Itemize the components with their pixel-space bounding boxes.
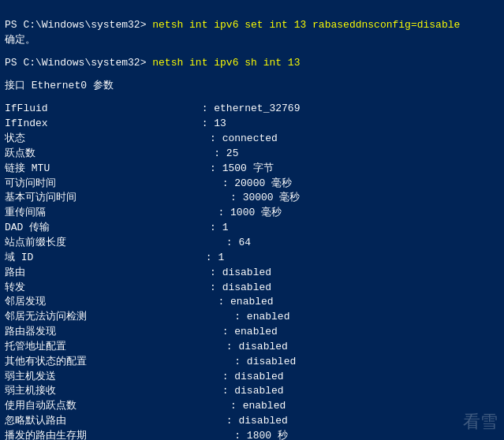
- param-label: 其他有状态的配置: [5, 356, 234, 367]
- param-value: : disabled: [226, 341, 288, 352]
- param-value: : disabled: [222, 371, 284, 382]
- terminal-line: 可访问时间 : 20000 毫秒: [5, 177, 499, 192]
- param-value: : 1: [210, 222, 228, 233]
- terminal-line: 基本可访问时间 : 30000 毫秒: [5, 191, 499, 206]
- param-value: : 1: [206, 252, 224, 263]
- terminal-line: 确定。: [5, 33, 499, 48]
- param-label: 跃点数: [5, 147, 214, 159]
- section-title: 接口 Ethernet0 参数: [5, 80, 114, 91]
- command: netsh int ipv6 sh int 13: [152, 57, 300, 69]
- param-value: : 1500 字节: [210, 162, 274, 174]
- terminal-line: 邻居发现 : enabled: [5, 295, 499, 310]
- param-label: 使用自动跃点数: [5, 400, 230, 412]
- terminal-line: [5, 94, 499, 102]
- terminal-line: 路由 : disabled: [5, 266, 499, 281]
- command: netsh int ipv6 set int 13 rabaseddnsconf…: [152, 19, 460, 31]
- param-value: : disabled: [226, 415, 288, 427]
- param-value: : 30000 毫秒: [230, 192, 300, 203]
- param-label: 弱主机接收: [5, 385, 222, 397]
- param-label: 播发的路由生存期: [5, 430, 234, 440]
- param-label: 可访问时间: [5, 177, 222, 189]
- param-value: : connected: [210, 132, 278, 144]
- param-label: 路由: [5, 267, 210, 278]
- terminal-line: 重传间隔 : 1000 毫秒: [5, 206, 499, 221]
- terminal-line: 使用自动跃点数 : enabled: [5, 399, 499, 414]
- param-value: : 13: [202, 117, 226, 129]
- terminal-line: PS C:\Windows\system32> netsh int ipv6 s…: [5, 56, 499, 71]
- param-value: : 1800 秒: [234, 430, 288, 440]
- prompt: PS C:\Windows\system32>: [5, 19, 152, 31]
- terminal-line: 状态 : connected: [5, 132, 499, 147]
- terminal-line: 站点前缀长度 : 64: [5, 236, 499, 251]
- param-value: : disabled: [234, 356, 296, 367]
- watermark: 看雪: [463, 410, 498, 434]
- param-value: : enabled: [230, 400, 286, 412]
- terminal-line: 链接 MTU : 1500 字节: [5, 162, 499, 177]
- terminal-line: 播发的路由生存期 : 1800 秒: [5, 429, 499, 440]
- param-label: 托管地址配置: [5, 341, 226, 352]
- param-value: : enabled: [218, 296, 273, 308]
- param-label: 邻居发现: [5, 296, 218, 308]
- terminal-line: DAD 传输 : 1: [5, 221, 499, 236]
- terminal-line: 弱主机接收 : disabled: [5, 384, 499, 399]
- terminal-line: IfFluid : ethernet_32769: [5, 102, 499, 117]
- param-label: 邻居无法访问检测: [5, 311, 234, 323]
- param-value: : disabled: [210, 267, 271, 278]
- terminal-line: PS C:\Windows\system32> netsh int ipv6 s…: [5, 18, 499, 33]
- param-value: : disabled: [210, 282, 271, 293]
- param-value: : 20000 毫秒: [222, 177, 292, 189]
- param-label: 状态: [5, 132, 210, 144]
- param-label: IfFluid: [5, 103, 202, 114]
- param-label: 基本可访问时间: [5, 192, 230, 203]
- terminal-line: IfIndex : 13: [5, 117, 499, 132]
- param-value: : disabled: [222, 385, 284, 397]
- param-label: 域 ID: [5, 252, 206, 263]
- terminal-line: 转发 : disabled: [5, 281, 499, 296]
- param-value: : 64: [226, 237, 251, 248]
- param-label: 重传间隔: [5, 207, 218, 218]
- terminal-line: 托管地址配置 : disabled: [5, 340, 499, 355]
- param-label: 路由器发现: [5, 326, 222, 337]
- terminal-line: 忽略默认路由 : disabled: [5, 414, 499, 429]
- terminal-line: 域 ID : 1: [5, 251, 499, 266]
- terminal-line: 其他有状态的配置 : disabled: [5, 355, 499, 370]
- terminal-line: 弱主机发送 : disabled: [5, 370, 499, 385]
- terminal-line: [5, 71, 499, 79]
- param-value: : enabled: [234, 311, 289, 323]
- terminal-window: PS C:\Windows\system32> netsh int ipv6 s…: [0, 0, 504, 440]
- param-label: 站点前缀长度: [5, 237, 226, 248]
- param-value: : enabled: [222, 326, 278, 337]
- param-label: 链接 MTU: [5, 162, 210, 174]
- terminal-line: [5, 48, 499, 56]
- param-value: : 1000 毫秒: [218, 207, 282, 218]
- param-label: 弱主机发送: [5, 371, 222, 382]
- prompt: PS C:\Windows\system32>: [5, 57, 152, 69]
- param-label: DAD 传输: [5, 222, 210, 233]
- param-label: IfIndex: [5, 117, 202, 129]
- terminal-line: 路由器发现 : enabled: [5, 325, 499, 340]
- param-value: : 25: [214, 147, 238, 159]
- param-value: : ethernet_32769: [202, 103, 301, 114]
- terminal-line: 跃点数 : 25: [5, 147, 499, 162]
- param-label: 忽略默认路由: [5, 415, 226, 427]
- terminal-line: 接口 Ethernet0 参数: [5, 79, 499, 94]
- output-text: 确定。: [5, 34, 35, 46]
- terminal-line: 邻居无法访问检测 : enabled: [5, 310, 499, 325]
- param-label: 转发: [5, 282, 210, 293]
